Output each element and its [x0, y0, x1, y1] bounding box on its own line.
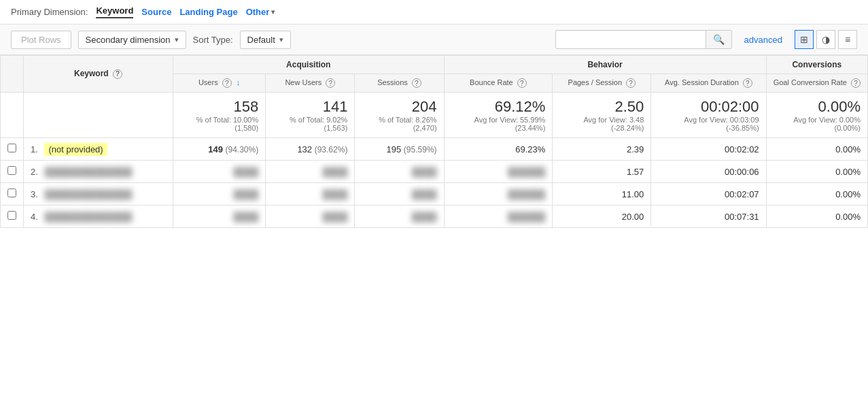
- row-pages-session-cell: 2.39: [553, 138, 651, 161]
- primary-dimension-bar: Primary Dimension: Keyword Source Landin…: [0, 0, 868, 24]
- row-users-cell: ████: [173, 161, 266, 183]
- search-input[interactable]: [556, 31, 706, 48]
- row-number: 4.: [31, 212, 40, 222]
- users-sort-icon: ↓: [237, 78, 241, 86]
- pie-view-button[interactable]: ◑: [816, 30, 835, 49]
- row-keyword-cell: 2. ██████████████: [24, 161, 173, 183]
- behavior-group-header: Behavior: [444, 56, 766, 74]
- checkbox-col-header: [1, 56, 24, 93]
- row-avg-session-cell: 00:07:31: [651, 206, 766, 228]
- row-bounce-rate-cell: ██████: [444, 206, 553, 228]
- row-checkbox-cell[interactable]: [1, 138, 24, 161]
- secondary-dim-arrow: ▾: [175, 35, 179, 44]
- row-keyword-cell: 4. ██████████████: [24, 206, 173, 228]
- avg-session-col-header: Avg. Session Duration ?: [651, 74, 766, 93]
- row-number: 3.: [31, 189, 40, 199]
- row-goal-conv-cell: 0.00%: [766, 138, 867, 161]
- row-sessions-cell: ████: [355, 206, 444, 228]
- dim-keyword-link[interactable]: Keyword: [96, 5, 133, 18]
- row-keyword-value: ██████████████: [44, 212, 132, 222]
- row-checkbox-cell[interactable]: [1, 161, 24, 183]
- totals-avg-session-cell: 00:02:00 Avg for View: 00:03:09 (-36.85%…: [651, 93, 766, 138]
- primary-dim-label: Primary Dimension:: [11, 7, 88, 17]
- row-pages-session-cell: 1.57: [553, 161, 651, 183]
- sort-type-arrow: ▾: [279, 35, 283, 44]
- avg-session-help-icon[interactable]: ?: [743, 78, 752, 88]
- row-goal-conv-cell: 0.00%: [766, 183, 867, 206]
- sort-type-dropdown[interactable]: Default ▾: [240, 31, 291, 49]
- other-dropdown-arrow: ▾: [271, 8, 275, 16]
- row-checkbox[interactable]: [7, 189, 16, 197]
- view-icons: ⊞ ◑ ≡: [795, 30, 857, 49]
- row-keyword-cell: 1. (not provided): [24, 138, 173, 161]
- new-users-col-header: New Users ?: [266, 74, 355, 93]
- row-keyword-value[interactable]: (not provided): [44, 143, 107, 156]
- totals-row: 158 % of Total: 10.00% (1,580) 141 % of …: [1, 93, 868, 138]
- row-new-users-cell: ████: [266, 161, 355, 183]
- row-checkbox-cell[interactable]: [1, 206, 24, 228]
- data-table: Keyword ? Acquisition Behavior Conversio…: [0, 55, 868, 228]
- row-number: 1.: [31, 144, 40, 154]
- list-view-button[interactable]: ≡: [838, 30, 857, 49]
- table-row: 3. ████████████████████████████████11.00…: [1, 183, 868, 206]
- row-users-cell: ████: [173, 183, 266, 206]
- advanced-link[interactable]: advanced: [744, 35, 782, 45]
- sessions-help-icon[interactable]: ?: [412, 78, 421, 88]
- row-sessions-cell: 195 (95.59%): [355, 138, 444, 161]
- totals-new-users-cell: 141 % of Total: 9.02% (1,563): [266, 93, 355, 138]
- row-checkbox[interactable]: [7, 144, 16, 152]
- row-keyword-value: ██████████████: [44, 167, 132, 177]
- row-avg-session-cell: 00:00:06: [651, 161, 766, 183]
- totals-keyword-cell: [24, 93, 173, 138]
- row-bounce-rate-cell: ██████: [444, 161, 553, 183]
- row-sessions-cell: ████: [355, 161, 444, 183]
- conversions-group-header: Conversions: [766, 56, 867, 74]
- row-checkbox-cell[interactable]: [1, 183, 24, 206]
- dim-source-link[interactable]: Source: [141, 7, 171, 17]
- row-new-users-cell: ████: [266, 183, 355, 206]
- keyword-col-header: Keyword ?: [24, 56, 173, 93]
- row-goal-conv-cell: 0.00%: [766, 161, 867, 183]
- users-col-header: Users ? ↓: [173, 74, 266, 93]
- row-goal-conv-cell: 0.00%: [766, 206, 867, 228]
- secondary-dimension-dropdown[interactable]: Secondary dimension ▾: [78, 31, 186, 49]
- pages-session-col-header: Pages / Session ?: [553, 74, 651, 93]
- goal-conv-col-header: Goal Conversion Rate ?: [766, 74, 867, 93]
- totals-bounce-rate-cell: 69.12% Avg for View: 55.99% (23.44%): [444, 93, 553, 138]
- keyword-help-icon[interactable]: ?: [113, 69, 122, 79]
- row-users-cell: 149 (94.30%): [173, 138, 266, 161]
- pages-session-help-icon[interactable]: ?: [626, 78, 636, 88]
- totals-pages-session-cell: 2.50 Avg for View: 3.48 (-28.24%): [553, 93, 651, 138]
- sessions-col-header: Sessions ?: [355, 74, 444, 93]
- plot-rows-button[interactable]: Plot Rows: [11, 31, 71, 49]
- row-number: 2.: [31, 167, 40, 177]
- data-table-container: Keyword ? Acquisition Behavior Conversio…: [0, 55, 868, 228]
- search-button[interactable]: 🔍: [706, 31, 731, 48]
- row-checkbox[interactable]: [7, 166, 16, 175]
- toolbar: Plot Rows Secondary dimension ▾ Sort Typ…: [0, 24, 868, 55]
- dim-landing-page-link[interactable]: Landing Page: [179, 7, 237, 17]
- row-new-users-cell: 132 (93.62%): [266, 138, 355, 161]
- totals-goal-conv-cell: 0.00% Avg for View: 0.00% (0.00%): [766, 93, 867, 138]
- row-users-cell: ████: [173, 206, 266, 228]
- bounce-rate-col-header: Bounce Rate ?: [444, 74, 553, 93]
- totals-users-cell: 158 % of Total: 10.00% (1,580): [173, 93, 266, 138]
- new-users-help-icon[interactable]: ?: [326, 78, 335, 88]
- goal-conv-help-icon[interactable]: ?: [851, 78, 861, 88]
- totals-sessions-cell: 204 % of Total: 8.26% (2,470): [355, 93, 444, 138]
- row-bounce-rate-cell: 69.23%: [444, 138, 553, 161]
- dim-other-link[interactable]: Other ▾: [246, 7, 275, 17]
- row-pages-session-cell: 11.00: [553, 183, 651, 206]
- row-bounce-rate-cell: ██████: [444, 183, 553, 206]
- table-view-button[interactable]: ⊞: [795, 30, 814, 49]
- row-keyword-value: ██████████████: [44, 189, 132, 199]
- row-avg-session-cell: 00:02:02: [651, 138, 766, 161]
- bounce-rate-help-icon[interactable]: ?: [517, 78, 527, 88]
- row-pages-session-cell: 20.00: [553, 206, 651, 228]
- row-new-users-cell: ████: [266, 206, 355, 228]
- users-help-icon[interactable]: ?: [222, 78, 232, 88]
- sort-type-label: Sort Type:: [193, 35, 233, 45]
- table-row: 1. (not provided)149 (94.30%)132 (93.62%…: [1, 138, 868, 161]
- row-checkbox[interactable]: [7, 211, 16, 220]
- group-header-row: Keyword ? Acquisition Behavior Conversio…: [1, 56, 868, 74]
